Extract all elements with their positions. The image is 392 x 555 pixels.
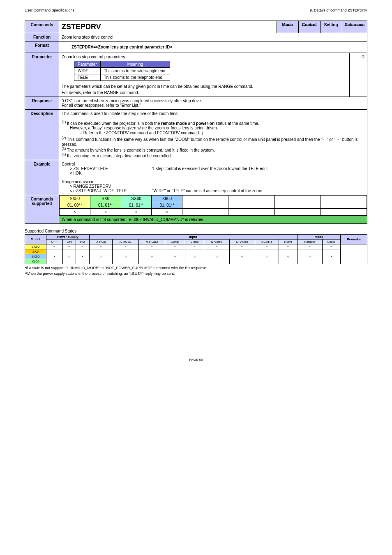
ver-x600: 01. 01** bbox=[152, 202, 182, 209]
param-wide: WIDE bbox=[74, 68, 101, 74]
ex-line4: < r:ZSTEPDRV=I, WIDE, TELE bbox=[70, 189, 152, 193]
ver-sx6: 01. 01** bbox=[90, 202, 121, 209]
param-tele: TELE bbox=[74, 74, 101, 81]
header-right: 9. Details of command ZSTEPDRV bbox=[310, 8, 367, 12]
footnote-1: *If a state is not supported, "INVALID_M… bbox=[25, 266, 367, 270]
desc-intro: This command is used to initiate the ste… bbox=[62, 111, 364, 116]
h-remarks: Remarks bbox=[341, 235, 367, 244]
param-h2: Meaning bbox=[100, 61, 170, 68]
ex-line4-desc: "WIDE" or "TELE" can be set as the step … bbox=[152, 189, 263, 193]
supported-note: When a command is not supported, "e:0002… bbox=[59, 216, 367, 224]
s-argb1: A-RGB1 bbox=[113, 240, 139, 244]
parameter-label: Parameter bbox=[25, 53, 59, 97]
function-text: Zoom lens step drive control bbox=[59, 33, 367, 41]
ver-sx60: 01. 01** bbox=[121, 202, 152, 209]
ex-control: Control bbox=[62, 162, 364, 166]
param-h1: Parameter bbox=[74, 61, 101, 68]
param-intro: Zoom lens step control parameters bbox=[62, 55, 347, 59]
s-remote: Remote bbox=[297, 240, 322, 244]
description-content: This command is used to initiate the ste… bbox=[59, 110, 367, 160]
model-sx60: SX60 bbox=[121, 196, 152, 202]
s-none: None bbox=[279, 240, 297, 244]
response-content: "i:OK" is returned when zooming was comp… bbox=[59, 97, 367, 110]
desc-item-1: (1) It can be executed when the projecto… bbox=[62, 120, 364, 126]
desc-1-sub1: However, a "busy" response is given whil… bbox=[70, 126, 364, 130]
model-sx50: SX50 bbox=[60, 196, 90, 202]
param-wide-desc: This zooms to the wide-angle end. bbox=[100, 68, 170, 74]
param-tele-desc: This zooms to the telephoto end. bbox=[100, 74, 170, 81]
param-inner-table: ParameterMeaning WIDEThis zooms to the w… bbox=[74, 61, 170, 81]
model-sx6: SX6 bbox=[90, 196, 121, 202]
header-left: User Command Specifications bbox=[25, 8, 74, 12]
row-sx50: SX50 −−− −−− −−− −−− −− bbox=[25, 244, 367, 249]
example-label: Example bbox=[25, 160, 59, 195]
s-video: Video bbox=[185, 240, 204, 244]
s-svideo: S-Video bbox=[204, 240, 229, 244]
s-comp: Comp bbox=[165, 240, 185, 244]
h-mode: Mode bbox=[297, 235, 340, 240]
h-model: Model bbox=[25, 235, 46, 244]
page-number: PAGE 65 bbox=[25, 358, 367, 362]
supported-models: SX50 SX6 SX60 X600 01. 00** 01. 01** 01.… bbox=[59, 195, 367, 216]
id-label: ID bbox=[350, 53, 367, 97]
command-spec-table: Commands ZSTEPDRV Mode Control Setting R… bbox=[25, 21, 367, 224]
h-input: Input bbox=[89, 235, 297, 240]
sup-x: × bbox=[60, 209, 90, 215]
sup-o1: ○ bbox=[90, 209, 121, 215]
desc-item-2: (2) This command functions in the same w… bbox=[62, 136, 364, 146]
cmds-supported-label: Commands supported bbox=[25, 195, 59, 224]
model-x600: X600 bbox=[152, 196, 182, 202]
control-label: Control bbox=[298, 21, 320, 33]
sup-o3: ○ bbox=[152, 209, 182, 215]
states-table: Model Power supply Input Mode Remarks OF… bbox=[25, 234, 367, 264]
ver-sx50: 01. 00** bbox=[60, 202, 90, 209]
response-label: Response bbox=[25, 97, 59, 110]
ex-line1-desc: 1-step control is exercised over the zoo… bbox=[152, 166, 268, 171]
page-header: User Command Specifications 9. Details o… bbox=[25, 8, 367, 12]
s-dvideo: D-Video bbox=[229, 240, 255, 244]
s-pm: PM bbox=[76, 240, 89, 244]
example-content: Control > ZSTEPDRV=TELE 1-step control i… bbox=[59, 160, 367, 195]
h-power: Power supply bbox=[46, 235, 89, 240]
desc-1-sub2: （ Refer to the ZCONTDRV command and FCON… bbox=[78, 130, 364, 136]
s-off: OFF bbox=[46, 240, 62, 244]
desc-item-4: (4) If a zooming error occurs, step driv… bbox=[62, 152, 364, 158]
s-argb2: A-RGB2 bbox=[139, 240, 165, 244]
states-title: Supported Command States bbox=[25, 229, 367, 233]
ex-line1: > ZSTEPDRV=TELE bbox=[70, 166, 152, 171]
s-local: Local bbox=[322, 240, 341, 244]
s-scart: SCART bbox=[255, 240, 279, 244]
setting-label: Setting bbox=[320, 21, 342, 33]
command-name: ZSTEPDRV bbox=[59, 21, 277, 33]
function-label: Function bbox=[25, 33, 59, 41]
row-sx6: SX6 ×○× ○○○ ○○○ ○○○ ○× bbox=[25, 249, 367, 254]
ex-range: Range acquisition bbox=[62, 180, 364, 184]
reference-label: Reference bbox=[342, 21, 367, 33]
sup-o2: ○ bbox=[121, 209, 152, 215]
footnote-2: *When the power supply state is in the p… bbox=[25, 272, 367, 276]
parameter-content: Zoom lens step control parameters Parame… bbox=[59, 53, 367, 97]
s-on: ON bbox=[62, 240, 76, 244]
s-drgb: D-RGB bbox=[89, 240, 113, 244]
response-text1: "i:OK" is returned when zooming was comp… bbox=[62, 99, 364, 103]
ex-line3: > RANGE ZSTEPDRV bbox=[70, 184, 364, 189]
response-text2: For all other responses, refer to "Error… bbox=[62, 103, 364, 108]
param-note1: The parameters which can be set at any g… bbox=[62, 84, 347, 89]
format-text: ZSTEPDRV=<Zoom lens step control paramet… bbox=[59, 41, 367, 53]
format-label: Format bbox=[25, 41, 59, 53]
param-note2: For details, refer to the RANGE command. bbox=[62, 90, 347, 95]
commands-label: Commands bbox=[25, 21, 59, 33]
mode-label: Mode bbox=[277, 21, 298, 33]
ex-line2: < I:OK bbox=[70, 171, 364, 175]
desc-item-3: (3) The amount by which the lens is zoom… bbox=[62, 147, 364, 152]
description-label: Description bbox=[25, 110, 59, 160]
